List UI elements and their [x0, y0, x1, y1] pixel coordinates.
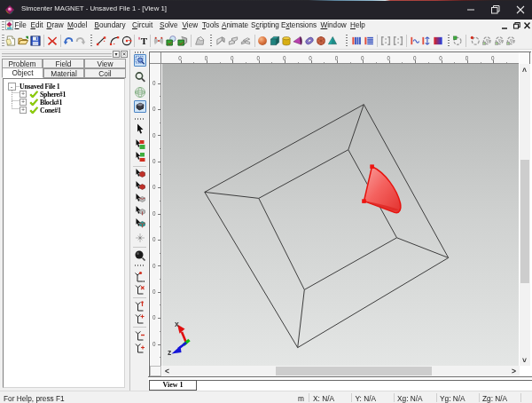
svg-text:T: T [140, 36, 147, 46]
svg-text:z: z [168, 348, 171, 357]
svg-text:x: x [175, 320, 179, 328]
